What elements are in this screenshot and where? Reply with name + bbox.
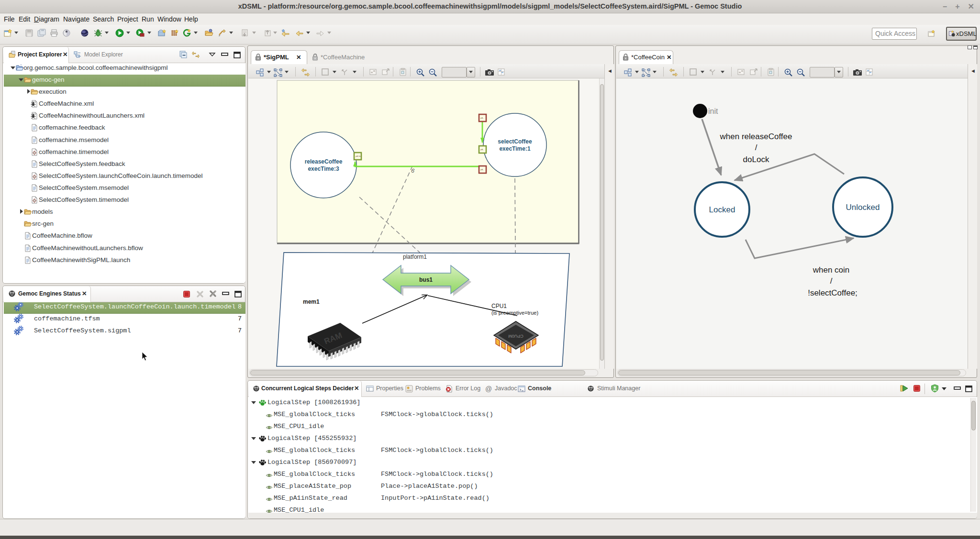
- svg-text:doLock: doLock: [743, 155, 769, 164]
- svg-text:CPU0M: CPU0M: [508, 334, 523, 339]
- svg-text:!selectCoffee;: !selectCoffee;: [808, 288, 858, 297]
- svg-text:selectCoffee: selectCoffee: [498, 138, 532, 145]
- svg-text:/: /: [755, 143, 757, 152]
- svg-text:init: init: [708, 107, 718, 115]
- svg-text:bus1: bus1: [419, 276, 433, 283]
- svg-text:/: /: [830, 276, 833, 286]
- svg-text:pA...: pA...: [480, 117, 484, 119]
- svg-text:pA...: pA...: [480, 168, 484, 171]
- svg-text:when releaseCoffee: when releaseCoffee: [720, 132, 792, 141]
- svg-text:execTime:3: execTime:3: [308, 165, 339, 172]
- svg-text:when coin: when coin: [813, 265, 850, 275]
- svg-text:releaseCoffee: releaseCoffee: [305, 158, 343, 165]
- svg-text:pA...: pA...: [480, 148, 484, 151]
- svg-text:(is preemptive=true): (is preemptive=true): [491, 310, 538, 316]
- svg-text:CPU1: CPU1: [491, 303, 507, 309]
- svg-text:Locked: Locked: [709, 205, 735, 214]
- svg-text:@: @: [485, 385, 492, 393]
- svg-text:platform1: platform1: [403, 253, 427, 260]
- svg-text:mem1: mem1: [303, 298, 320, 305]
- svg-text:Unlocked: Unlocked: [846, 203, 880, 212]
- svg-text:execTime:1: execTime:1: [499, 145, 530, 152]
- svg-text:pA.3m: pA.3m: [356, 155, 361, 157]
